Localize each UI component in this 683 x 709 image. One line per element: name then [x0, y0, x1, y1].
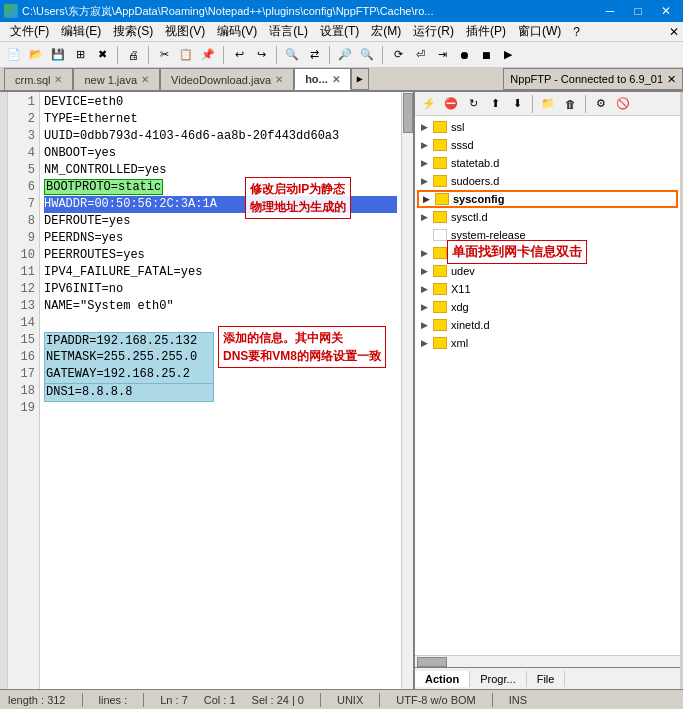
toolbar-sep-2: [148, 46, 149, 64]
menu-file[interactable]: 文件(F): [4, 22, 55, 41]
minimize-button[interactable]: ─: [597, 2, 623, 20]
status-sep-3: [320, 693, 321, 707]
toolbar-indent[interactable]: ⇥: [432, 45, 452, 65]
code-line-13: NAME="System eth0": [44, 298, 397, 315]
tab-crm-close[interactable]: ✕: [54, 74, 62, 85]
tree-item-sysrelease[interactable]: system-release: [417, 226, 678, 244]
toolbar-find[interactable]: 🔍: [282, 45, 302, 65]
menu-close-x[interactable]: ✕: [669, 25, 679, 39]
toolbar-macro-rec[interactable]: ⏺: [454, 45, 474, 65]
toolbar-replace[interactable]: ⇄: [304, 45, 324, 65]
ftp-download-btn[interactable]: ⬇: [507, 94, 527, 114]
ftp-upload-btn[interactable]: ⬆: [485, 94, 505, 114]
menu-encoding[interactable]: 编码(V): [211, 22, 263, 41]
ftp-scrollbar-h[interactable]: [415, 655, 680, 667]
ftp-toolbar: ⚡ ⛔ ↻ ⬆ ⬇ 📁 🗑 ⚙ 🚫: [415, 92, 680, 116]
ftp-disconnect-btn[interactable]: ⛔: [441, 94, 461, 114]
menu-search[interactable]: 搜索(S): [107, 22, 159, 41]
toolbar-paste[interactable]: 📌: [198, 45, 218, 65]
toolbar-wrap[interactable]: ⏎: [410, 45, 430, 65]
toolbar-new[interactable]: 📄: [4, 45, 24, 65]
tab-ho[interactable]: ho... ✕: [294, 68, 351, 90]
tree-item-xinetd[interactable]: ▶ xinetd.d: [417, 316, 678, 334]
menu-window[interactable]: 窗口(W): [512, 22, 567, 41]
tree-item-sudoers[interactable]: ▶ sudoers.d: [417, 172, 678, 190]
toolbar-cut[interactable]: ✂: [154, 45, 174, 65]
toolbar-macro-stop[interactable]: ⏹: [476, 45, 496, 65]
toolbar-open[interactable]: 📂: [26, 45, 46, 65]
toolbar-zoomin[interactable]: 🔎: [335, 45, 355, 65]
toolbar-macro-play[interactable]: ▶: [498, 45, 518, 65]
tree-item-xml[interactable]: ▶ xml: [417, 334, 678, 352]
toolbar-print[interactable]: 🖨: [123, 45, 143, 65]
toolbar-redo[interactable]: ↪: [251, 45, 271, 65]
status-ln: Ln : 7: [160, 694, 188, 706]
tree-label-udev: udev: [451, 265, 475, 277]
line-numbers: 1 2 3 4 5 6 7 8 9 10 11 12 13 14 15 16 1…: [8, 92, 40, 689]
tab-videodownload-close[interactable]: ✕: [275, 74, 283, 85]
code-area[interactable]: DEVICE=eth0 TYPE=Ethernet UUID=0dbb793d-…: [40, 92, 401, 689]
ftp-pane: ⚡ ⛔ ↻ ⬆ ⬇ 📁 🗑 ⚙ 🚫 ▶ ssl ▶ sssd: [415, 92, 680, 689]
tree-item-udev[interactable]: ▶ udev: [417, 262, 678, 280]
tab-videodownload[interactable]: VideoDownload.java ✕: [160, 68, 294, 90]
folder-icon-xinetd: [433, 319, 447, 331]
folder-icon-udev: [433, 265, 447, 277]
editor-scrollbar-v[interactable]: [401, 92, 413, 689]
tab-new1[interactable]: new 1.java ✕: [73, 68, 160, 90]
tree-arrow-terminfo: ▶: [421, 248, 433, 258]
menu-plugins[interactable]: 插件(P): [460, 22, 512, 41]
ftp-scrollbar-h-thumb[interactable]: [417, 657, 447, 667]
status-sel: Sel : 24 | 0: [252, 694, 304, 706]
ftp-tab-file[interactable]: File: [527, 671, 566, 687]
tree-item-sysconfig[interactable]: ▶ sysconfig: [417, 190, 678, 208]
menu-macro[interactable]: 宏(M): [365, 22, 407, 41]
status-ins: INS: [509, 694, 527, 706]
ftp-delete-btn[interactable]: 🗑: [560, 94, 580, 114]
line-num-15: 15: [8, 332, 35, 349]
ftp-tab-action[interactable]: Action: [415, 671, 470, 687]
ftp-abort-btn[interactable]: 🚫: [613, 94, 633, 114]
menu-run[interactable]: 运行(R): [407, 22, 460, 41]
editor-scrollbar-thumb[interactable]: [403, 93, 413, 133]
tab-scroll-arrow[interactable]: ▶: [351, 68, 369, 90]
tree-item-x11[interactable]: ▶ X11: [417, 280, 678, 298]
tree-item-ssl[interactable]: ▶ ssl: [417, 118, 678, 136]
toolbar-close[interactable]: ✖: [92, 45, 112, 65]
line-num-8: 8: [8, 213, 35, 230]
tree-item-sssd[interactable]: ▶ sssd: [417, 136, 678, 154]
ftp-connect-btn[interactable]: ⚡: [419, 94, 439, 114]
toolbar-sync[interactable]: ⟳: [388, 45, 408, 65]
toolbar-copy[interactable]: 📋: [176, 45, 196, 65]
tab-ho-close[interactable]: ✕: [332, 74, 340, 85]
code-line-12: IPV6INIT=no: [44, 281, 397, 298]
menu-language[interactable]: 语言(L): [263, 22, 314, 41]
menu-view[interactable]: 视图(V): [159, 22, 211, 41]
ftp-header-close[interactable]: ✕: [667, 73, 676, 86]
ftp-refresh-btn[interactable]: ↻: [463, 94, 483, 114]
toolbar-save[interactable]: 💾: [48, 45, 68, 65]
tree-label-xinetd: xinetd.d: [451, 319, 490, 331]
close-button[interactable]: ✕: [653, 2, 679, 20]
tab-new1-close[interactable]: ✕: [141, 74, 149, 85]
tab-crm[interactable]: crm.sql ✕: [4, 68, 73, 90]
ftp-newfolder-btn[interactable]: 📁: [538, 94, 558, 114]
folder-icon-sysctl: [433, 211, 447, 223]
ftp-tab-progr[interactable]: Progr...: [470, 671, 526, 687]
tree-item-xdg[interactable]: ▶ xdg: [417, 298, 678, 316]
code-line-9: PEERDNS=yes: [44, 230, 397, 247]
toolbar-saveall[interactable]: ⊞: [70, 45, 90, 65]
tree-item-statetab[interactable]: ▶ statetab.d: [417, 154, 678, 172]
tree-item-sysctl[interactable]: ▶ sysctl.d: [417, 208, 678, 226]
tree-arrow-statetab: ▶: [421, 158, 433, 168]
ftp-settings-btn[interactable]: ⚙: [591, 94, 611, 114]
menu-settings[interactable]: 设置(T): [314, 22, 365, 41]
tree-item-terminfo[interactable]: ▶ terminfo: [417, 244, 678, 262]
folder-icon-sudoers: [433, 175, 447, 187]
menu-edit[interactable]: 编辑(E): [55, 22, 107, 41]
toolbar-zoomout[interactable]: 🔍: [357, 45, 377, 65]
tree-label-sysctl: sysctl.d: [451, 211, 488, 223]
toolbar-undo[interactable]: ↩: [229, 45, 249, 65]
folder-icon-x11: [433, 283, 447, 295]
menu-help[interactable]: ?: [567, 24, 586, 40]
maximize-button[interactable]: □: [625, 2, 651, 20]
